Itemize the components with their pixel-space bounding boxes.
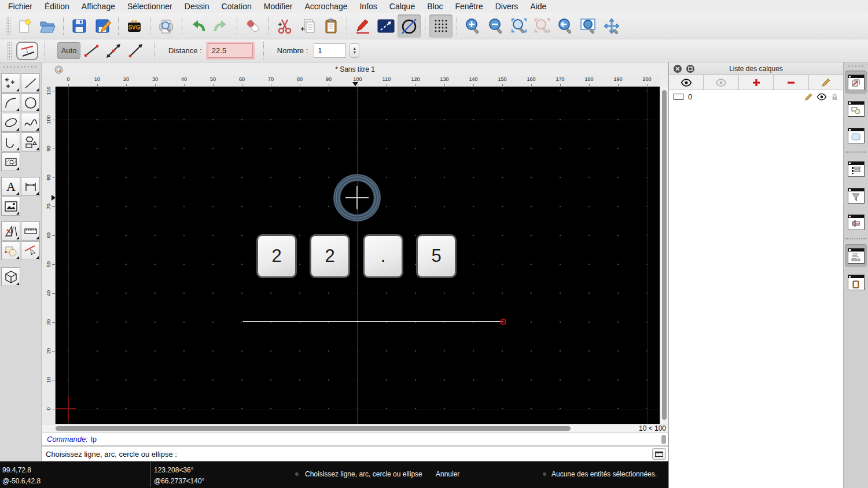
zoom-in-button[interactable] — [461, 14, 484, 38]
dockbar-drag-handle[interactable] — [847, 65, 865, 68]
zoom-out-button[interactable] — [484, 14, 507, 38]
solid-tool-button[interactable] — [1, 267, 20, 286]
edit-layer-button[interactable] — [809, 75, 843, 90]
shape-tool-button[interactable] — [21, 132, 40, 151]
new-file-button[interactable] — [13, 14, 36, 38]
trim-tool-button[interactable] — [21, 241, 40, 260]
hide-all-layers-button[interactable] — [704, 75, 738, 90]
document-title[interactable]: * Sans titre 1 — [42, 65, 668, 73]
palette-drag-handle[interactable] — [2, 65, 38, 68]
panel-close-button[interactable] — [674, 65, 682, 73]
menu-item[interactable]: Sélectionner — [127, 2, 172, 11]
menu-item[interactable]: Fenêtre — [455, 2, 483, 11]
menu-item[interactable]: Édition — [45, 2, 69, 11]
scrollbar-thumb[interactable] — [662, 90, 667, 420]
line-entity[interactable] — [243, 321, 503, 322]
open-file-button[interactable] — [36, 14, 59, 38]
menu-item[interactable]: Bloc — [427, 2, 443, 11]
restrict-orthogonal-button[interactable] — [374, 14, 398, 38]
menu-item[interactable]: Affichage — [82, 2, 115, 11]
points-tool-button[interactable] — [1, 73, 20, 93]
drafting-tools-button[interactable] — [1, 221, 20, 241]
layers-panel-toggle[interactable] — [845, 71, 867, 94]
blocks-panel-toggle[interactable] — [845, 97, 867, 120]
spline-tool-button[interactable] — [21, 113, 40, 132]
no-restriction-button[interactable] — [398, 14, 421, 38]
distance-input[interactable]: 22.5 — [208, 43, 253, 58]
layer-lock-icon[interactable] — [831, 93, 838, 101]
polyline-tool-button[interactable] — [1, 132, 20, 151]
parallel-through-point-button[interactable] — [80, 42, 102, 60]
menu-item[interactable]: Cotation — [222, 2, 252, 11]
properties-panel-toggle[interactable] — [845, 157, 867, 180]
command-history[interactable]: Commande: lp — [42, 432, 668, 446]
layer-row[interactable]: 0 — [669, 90, 843, 103]
auto-zoom-button[interactable] — [507, 14, 531, 38]
scrollbar-thumb[interactable] — [56, 426, 571, 431]
dimension-tool-button[interactable] — [21, 177, 40, 196]
text-tool-button[interactable]: A — [1, 177, 20, 196]
menu-item[interactable]: Fichier — [8, 2, 32, 11]
layer-edit-icon[interactable] — [804, 93, 812, 101]
save-as-button[interactable] — [91, 14, 114, 38]
canvas-vertical-scrollbar[interactable] — [660, 87, 668, 424]
undo-button[interactable] — [186, 14, 209, 38]
current-tool-button[interactable] — [16, 42, 38, 60]
menu-item[interactable]: Accrochage — [305, 2, 348, 11]
print-preview-button[interactable] — [155, 14, 178, 38]
canvas-horizontal-scrollbar[interactable]: 10 < 100 — [42, 424, 668, 432]
image-tool-button[interactable] — [1, 197, 20, 216]
add-layer-button[interactable] — [739, 75, 774, 90]
arc-tool-button[interactable] — [1, 93, 20, 112]
remove-layer-button[interactable] — [774, 75, 808, 90]
menu-item[interactable]: Modifier — [264, 2, 293, 11]
menu-item[interactable]: Calque — [389, 2, 415, 11]
line-tool-button[interactable] — [21, 73, 40, 93]
command-line-panel-toggle[interactable] — [845, 244, 867, 267]
hatch-tool-button[interactable] — [1, 152, 20, 171]
ellipse-tool-button[interactable] — [1, 113, 20, 132]
cut-button[interactable] — [273, 14, 296, 38]
grid-toggle-button[interactable] — [429, 14, 453, 38]
modify-tool-button[interactable] — [1, 241, 20, 260]
show-all-layers-button[interactable] — [669, 75, 704, 90]
redo-button[interactable] — [209, 14, 233, 38]
pan-button[interactable] — [600, 14, 623, 38]
parallel-both-sides-button[interactable] — [102, 42, 124, 60]
layer-visibility-icon[interactable] — [816, 93, 827, 101]
menu-item[interactable]: Aide — [530, 2, 546, 11]
toolbar-drag-handle[interactable] — [7, 42, 12, 60]
circle-tool-button[interactable] — [21, 93, 40, 112]
paste-button[interactable] — [319, 14, 343, 38]
delete-button[interactable] — [241, 14, 264, 38]
draw-edit-button[interactable] — [351, 14, 374, 38]
command-input[interactable] — [179, 448, 652, 460]
toolbar-drag-handle[interactable] — [6, 17, 10, 35]
count-input[interactable]: 1 — [314, 43, 346, 58]
clipboard-panel-toggle[interactable] — [845, 271, 867, 294]
drafting-icon — [3, 224, 19, 239]
menu-item[interactable]: Dessin — [185, 2, 209, 11]
svg-export-button[interactable]: SVG — [123, 14, 146, 38]
command-window-toggle-button[interactable] — [652, 448, 666, 460]
drawing-canvas[interactable]: 22.5 — [56, 87, 660, 424]
save-button[interactable] — [68, 14, 91, 38]
absolute-polar: 123.208<36° — [154, 465, 204, 476]
zoom-selection-button[interactable] — [531, 14, 554, 38]
menu-item[interactable]: Divers — [495, 2, 518, 11]
zoom-window-button[interactable] — [577, 14, 600, 38]
menu-item[interactable]: Infos — [359, 2, 377, 11]
library-panel-toggle[interactable] — [845, 124, 867, 147]
measure-tool-button[interactable] — [21, 221, 40, 241]
count-stepper[interactable]: ▲▼ — [350, 43, 359, 58]
parallel-one-side-button[interactable] — [124, 42, 146, 60]
selection-filter-panel-toggle[interactable] — [845, 184, 867, 207]
stepper-down-icon[interactable]: ▼ — [352, 51, 356, 54]
auto-zoom-icon — [510, 17, 528, 35]
history-scrollbar-thumb[interactable] — [661, 435, 666, 444]
copy-button[interactable] — [296, 14, 319, 38]
views-panel-toggle[interactable] — [845, 210, 867, 234]
panel-float-button[interactable] — [686, 65, 694, 73]
previous-view-button[interactable] — [554, 14, 577, 38]
auto-mode-button[interactable]: Auto — [57, 42, 80, 59]
